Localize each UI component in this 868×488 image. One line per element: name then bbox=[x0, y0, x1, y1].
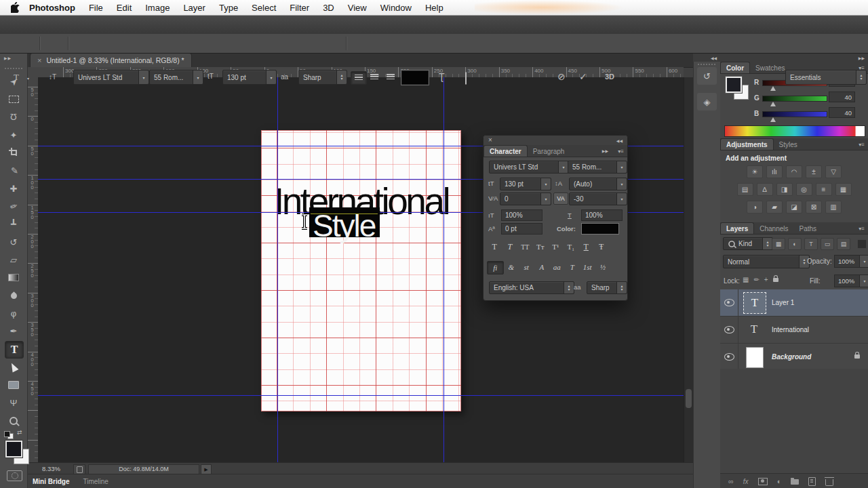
default-colors-icon[interactable] bbox=[4, 431, 14, 439]
superscript-button[interactable]: T¹ bbox=[548, 241, 564, 253]
threshold-icon[interactable]: ◪ bbox=[786, 201, 802, 214]
selective-color-icon[interactable]: ▥ bbox=[825, 201, 842, 214]
toggle-panels-icon[interactable] bbox=[465, 73, 467, 85]
tab-timeline[interactable]: Timeline bbox=[76, 478, 115, 485]
menu-layer[interactable]: Layer bbox=[176, 3, 212, 13]
cp-font-family-select[interactable]: Univers LT Std bbox=[489, 161, 569, 174]
scrollbar-thumb[interactable] bbox=[686, 389, 692, 408]
slider-thumb[interactable] bbox=[770, 102, 776, 106]
cp-font-style-select[interactable]: 55 Rom... bbox=[568, 161, 627, 174]
collapse-dock-icon[interactable]: ◀◀ bbox=[711, 56, 717, 60]
lock-all-icon[interactable] bbox=[773, 278, 778, 282]
font-family-select[interactable]: Univers LT Std bbox=[73, 70, 149, 85]
layer-mask-icon[interactable] bbox=[758, 478, 768, 485]
all-caps-button[interactable]: TT bbox=[517, 241, 533, 253]
zoom-tool[interactable] bbox=[5, 413, 22, 429]
swap-colors-icon[interactable]: ⇄ bbox=[17, 429, 22, 436]
tool-preset-arrow-icon[interactable]: ▾ bbox=[27, 76, 29, 81]
align-right-button[interactable] bbox=[383, 71, 398, 83]
exposure-icon[interactable]: ± bbox=[806, 165, 822, 178]
underline-button[interactable]: T bbox=[578, 241, 594, 253]
tab-swatches[interactable]: Swatches bbox=[750, 62, 790, 73]
dodge-tool[interactable]: φ bbox=[5, 306, 22, 322]
eyedropper-tool[interactable]: ✐ bbox=[5, 163, 22, 179]
strikethrough-button[interactable]: Ŧ bbox=[594, 241, 610, 253]
new-layer-icon[interactable] bbox=[808, 477, 816, 486]
visibility-toggle[interactable] bbox=[720, 317, 738, 343]
invert-icon[interactable]: ◑ bbox=[747, 201, 763, 214]
status-options-arrow[interactable]: ▶ bbox=[201, 464, 212, 474]
cp-leading-select[interactable]: (Auto) bbox=[569, 178, 627, 190]
tab-channels[interactable]: Channels bbox=[754, 223, 793, 234]
canvas-text-line2[interactable]: Style bbox=[313, 210, 375, 241]
faux-italic-button[interactable]: T bbox=[502, 241, 518, 253]
dropdown-arrow-icon[interactable] bbox=[540, 193, 551, 205]
fill-field[interactable]: 100% bbox=[834, 274, 868, 287]
tab-mini-bridge[interactable]: Mini Bridge bbox=[27, 478, 76, 485]
lasso-tool[interactable]: Ω bbox=[5, 109, 22, 125]
menu-photoshop[interactable]: Photoshop bbox=[24, 3, 82, 13]
commit-edits-button[interactable]: ✓ bbox=[579, 71, 587, 82]
hue-saturation-icon[interactable]: ▤ bbox=[737, 183, 753, 196]
dropdown-arrow-icon[interactable] bbox=[859, 256, 868, 267]
type-tool[interactable]: T bbox=[5, 341, 24, 359]
tab-styles[interactable]: Styles bbox=[774, 139, 803, 150]
3d-label[interactable]: 3D bbox=[605, 73, 614, 81]
align-center-button[interactable] bbox=[367, 71, 382, 83]
properties-panel-icon[interactable]: ◈ bbox=[697, 93, 717, 110]
lock-image-pixels-icon[interactable]: ✏ bbox=[753, 276, 759, 283]
titling-alternates-button[interactable]: T bbox=[565, 261, 580, 273]
history-brush-tool[interactable]: ↺ bbox=[5, 234, 22, 250]
expand-dock-icon[interactable]: ▶▶ bbox=[859, 56, 865, 60]
tab-adjustments[interactable]: Adjustments bbox=[720, 138, 774, 150]
shape-tool[interactable] bbox=[5, 377, 22, 393]
quick-mask-button[interactable] bbox=[7, 470, 22, 481]
menu-edit[interactable]: Edit bbox=[110, 3, 138, 13]
channel-slider-b[interactable] bbox=[762, 111, 827, 117]
toolbar-grip[interactable] bbox=[5, 68, 22, 69]
opacity-field[interactable]: 100% bbox=[834, 255, 868, 268]
anti-alias-select[interactable]: Sharp bbox=[298, 70, 347, 85]
close-icon[interactable]: × bbox=[488, 136, 492, 144]
dropdown-spin-icon[interactable] bbox=[336, 70, 347, 84]
menu-file[interactable]: File bbox=[82, 3, 110, 13]
dock-grip[interactable] bbox=[698, 64, 716, 65]
guide-vertical-1[interactable] bbox=[277, 77, 278, 462]
spot-healing-tool[interactable]: ✚ bbox=[5, 180, 22, 197]
vibrance-icon[interactable]: ▽ bbox=[825, 165, 842, 178]
apple-icon[interactable] bbox=[11, 2, 20, 13]
curves-icon[interactable]: ◠ bbox=[786, 165, 802, 178]
workspace-select[interactable]: Essentials bbox=[785, 70, 867, 85]
brightness-contrast-icon[interactable]: ☀ bbox=[747, 165, 763, 178]
menu-image[interactable]: Image bbox=[138, 3, 176, 13]
layer-filter-select[interactable]: Kind bbox=[723, 237, 773, 250]
delete-layer-icon[interactable] bbox=[825, 479, 833, 486]
vertical-scale-field[interactable]: 100% bbox=[501, 209, 542, 221]
fractions-button[interactable]: ½ bbox=[595, 261, 611, 273]
dropdown-arrow-icon[interactable] bbox=[616, 178, 627, 190]
document-tab[interactable]: × Untitled-1 @ 8.33% (International, RGB… bbox=[30, 53, 192, 67]
visibility-toggle[interactable] bbox=[720, 344, 738, 370]
discretionary-ligatures-button[interactable]: st bbox=[519, 261, 534, 273]
ordinals-button[interactable]: 1st bbox=[580, 261, 595, 273]
layer-row[interactable]: Background bbox=[720, 344, 868, 371]
filter-smart-object-icon[interactable]: ▤ bbox=[837, 238, 850, 250]
path-selection-tool[interactable] bbox=[5, 359, 22, 375]
menu-3d[interactable]: 3D bbox=[316, 3, 341, 13]
dropdown-spin-icon[interactable] bbox=[762, 238, 772, 249]
warp-text-icon[interactable]: Ʈ bbox=[439, 71, 445, 82]
flyout-icon[interactable]: ▶▶ bbox=[602, 148, 608, 153]
faux-bold-button[interactable]: T bbox=[487, 241, 502, 253]
eraser-tool[interactable]: ▱ bbox=[5, 252, 22, 268]
tab-paragraph[interactable]: Paragraph bbox=[528, 146, 570, 157]
blend-mode-select[interactable]: Normal bbox=[723, 255, 810, 268]
dropdown-arrow-icon[interactable] bbox=[558, 161, 568, 173]
channel-value[interactable]: 40 bbox=[829, 107, 855, 118]
filter-image-icon[interactable]: ▦ bbox=[772, 238, 785, 250]
menu-filter[interactable]: Filter bbox=[283, 3, 316, 13]
layer-row[interactable]: TLayer 1 bbox=[720, 289, 868, 317]
dropdown-spin-icon[interactable] bbox=[856, 70, 866, 84]
cp-anti-alias-select[interactable]: Sharp bbox=[587, 281, 627, 294]
foreground-color-swatch-small[interactable] bbox=[726, 77, 742, 93]
align-left-button[interactable] bbox=[351, 71, 367, 85]
